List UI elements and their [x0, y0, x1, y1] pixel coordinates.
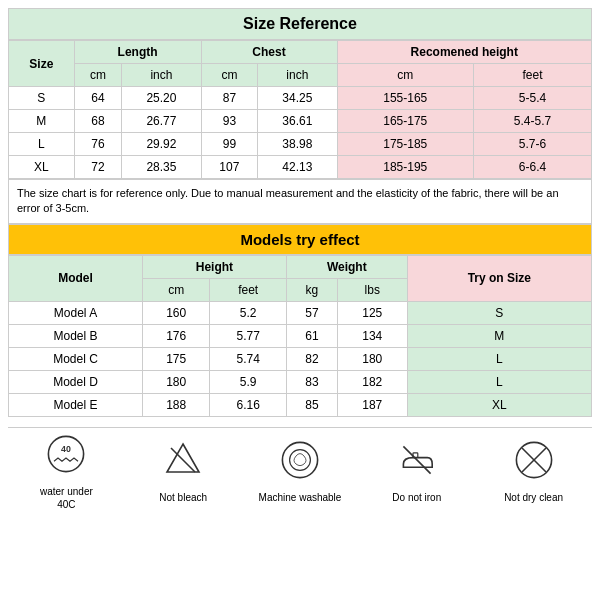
model-name-cell: Model A	[9, 301, 143, 324]
model-weight-kg-cell: 61	[286, 324, 337, 347]
model-table: Model Height Weight Try on Size cm feet …	[8, 255, 592, 417]
length-header: Length	[74, 41, 201, 64]
model-size-cell: L	[407, 370, 591, 393]
height-cm-cell: 155-165	[337, 87, 473, 110]
height-feet-cell: 5.4-5.7	[474, 110, 592, 133]
care-no-bleach-label: Not bleach	[159, 491, 207, 504]
care-washable-label: Machine washable	[259, 491, 342, 504]
model-height-cm-cell: 175	[142, 347, 209, 370]
len-inch-cell: 28.35	[122, 156, 201, 179]
model-weight-kg-cell: 85	[286, 393, 337, 416]
height-feet-subheader: feet	[474, 64, 592, 87]
model-weight-lbs-cell: 134	[337, 324, 407, 347]
no-dry-clean-icon	[514, 440, 554, 487]
model-weight-kg-cell: 57	[286, 301, 337, 324]
len-cm-subheader: cm	[74, 64, 122, 87]
care-wash40-label: water under40C	[40, 485, 93, 511]
height-feet-cell: 5.7-6	[474, 133, 592, 156]
model-weight-lbs-cell: 182	[337, 370, 407, 393]
model-table-row: Model C 175 5.74 82 180 L	[9, 347, 592, 370]
model-weight-lbs-cell: 187	[337, 393, 407, 416]
size-table-row: L 76 29.92 99 38.98 175-185 5.7-6	[9, 133, 592, 156]
size-cell: S	[9, 87, 75, 110]
chest-cm-cell: 99	[201, 133, 258, 156]
model-header: Model	[9, 255, 143, 301]
height-feet-cell: 5-5.4	[474, 87, 592, 110]
model-height-feet-cell: 5.74	[210, 347, 286, 370]
washable-icon	[280, 440, 320, 487]
height-cm-cell: 185-195	[337, 156, 473, 179]
len-inch-cell: 29.92	[122, 133, 201, 156]
svg-point-5	[290, 450, 311, 471]
len-inch-cell: 25.20	[122, 87, 201, 110]
m-weight-lbs-subheader: lbs	[337, 278, 407, 301]
len-cm-cell: 76	[74, 133, 122, 156]
model-height-feet-cell: 5.9	[210, 370, 286, 393]
model-weight-lbs-cell: 180	[337, 347, 407, 370]
care-no-iron-label: Do not iron	[392, 491, 441, 504]
size-table: Size Length Chest Recomened height cm in…	[8, 40, 592, 179]
care-no-iron: Do not iron	[364, 440, 469, 504]
size-table-row: S 64 25.20 87 34.25 155-165 5-5.4	[9, 87, 592, 110]
chest-inch-cell: 42.13	[258, 156, 337, 179]
chest-inch-cell: 38.98	[258, 133, 337, 156]
model-height-cm-cell: 188	[142, 393, 209, 416]
len-inch-cell: 26.77	[122, 110, 201, 133]
model-height-feet-cell: 5.2	[210, 301, 286, 324]
chest-header: Chest	[201, 41, 337, 64]
chest-inch-cell: 34.25	[258, 87, 337, 110]
m-weight-kg-subheader: kg	[286, 278, 337, 301]
model-table-row: Model E 188 6.16 85 187 XL	[9, 393, 592, 416]
try-on-size-header: Try on Size	[407, 255, 591, 301]
size-table-row: XL 72 28.35 107 42.13 185-195 6-6.4	[9, 156, 592, 179]
height-cm-cell: 175-185	[337, 133, 473, 156]
model-height-cm-cell: 160	[142, 301, 209, 324]
svg-line-7	[403, 447, 430, 474]
m-height-feet-subheader: feet	[210, 278, 286, 301]
model-name-cell: Model E	[9, 393, 143, 416]
chest-cm-cell: 93	[201, 110, 258, 133]
len-cm-cell: 68	[74, 110, 122, 133]
model-table-row: Model D 180 5.9 83 182 L	[9, 370, 592, 393]
care-washable: Machine washable	[247, 440, 352, 504]
care-no-dry-clean: Not dry clean	[481, 440, 586, 504]
model-size-cell: S	[407, 301, 591, 324]
model-name-cell: Model D	[9, 370, 143, 393]
model-size-cell: XL	[407, 393, 591, 416]
model-table-row: Model B 176 5.77 61 134 M	[9, 324, 592, 347]
model-height-cm-cell: 180	[142, 370, 209, 393]
model-table-row: Model A 160 5.2 57 125 S	[9, 301, 592, 324]
model-name-cell: Model C	[9, 347, 143, 370]
size-ref-title: Size Reference	[8, 8, 592, 40]
model-name-cell: Model B	[9, 324, 143, 347]
care-section: 40 water under40C Not bleach Machine was…	[8, 427, 592, 517]
weight-header: Weight	[286, 255, 407, 278]
size-cell: L	[9, 133, 75, 156]
care-wash40: 40 water under40C	[14, 434, 119, 511]
no-bleach-icon	[163, 440, 203, 487]
model-height-feet-cell: 5.77	[210, 324, 286, 347]
len-inch-subheader: inch	[122, 64, 201, 87]
height-cm-subheader: cm	[337, 64, 473, 87]
svg-point-0	[49, 436, 84, 471]
chest-inch-subheader: inch	[258, 64, 337, 87]
care-no-dry-clean-label: Not dry clean	[504, 491, 563, 504]
len-cm-cell: 72	[74, 156, 122, 179]
size-note: The size chart is for reference only. Du…	[8, 179, 592, 224]
recom-height-header: Recomened height	[337, 41, 591, 64]
model-height-cm-cell: 176	[142, 324, 209, 347]
wash40-icon: 40	[46, 434, 86, 481]
care-no-bleach: Not bleach	[131, 440, 236, 504]
height-feet-cell: 6-6.4	[474, 156, 592, 179]
models-title: Models try effect	[8, 224, 592, 255]
size-cell: XL	[9, 156, 75, 179]
size-cell: M	[9, 110, 75, 133]
model-weight-kg-cell: 82	[286, 347, 337, 370]
svg-point-4	[282, 443, 317, 478]
svg-text:40: 40	[61, 443, 71, 453]
model-weight-lbs-cell: 125	[337, 301, 407, 324]
chest-inch-cell: 36.61	[258, 110, 337, 133]
chest-cm-cell: 87	[201, 87, 258, 110]
model-size-cell: M	[407, 324, 591, 347]
chest-cm-cell: 107	[201, 156, 258, 179]
